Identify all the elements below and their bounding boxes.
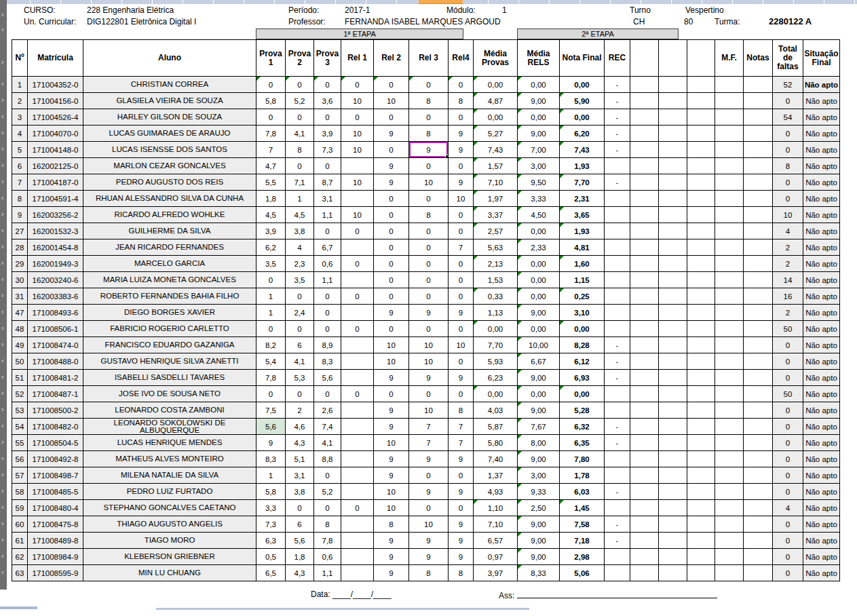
cell-n-row-48[interactable]: 48 — [12, 321, 28, 337]
cell-r1-row-62[interactable] — [341, 549, 374, 565]
cell-name-row-58[interactable]: PEDRO LUIZ FURTADO — [83, 484, 256, 500]
cell-notas-row-55[interactable] — [744, 435, 773, 451]
cell-mat-row-3[interactable]: 171004526-4 — [28, 109, 83, 126]
cell-mr-row-51[interactable]: 9,00 — [518, 370, 560, 386]
cell-sit-row-2[interactable]: Não apto — [803, 93, 840, 109]
cell-r4-row-1[interactable]: 0 — [449, 77, 474, 93]
cell-mp-row-6[interactable]: 1,57 — [474, 158, 518, 174]
cell-b3-row-55[interactable] — [687, 435, 715, 451]
cell-n-row-51[interactable]: 51 — [12, 370, 28, 386]
cell-p1-row-54[interactable]: 5,6 — [256, 419, 286, 435]
periodo-value[interactable]: 2017-1 — [345, 5, 370, 15]
cell-r3-row-54[interactable]: 7 — [409, 419, 449, 435]
cell-notas-row-6[interactable] — [744, 158, 773, 174]
cell-nf-row-52[interactable]: 0,00 — [560, 386, 605, 402]
cell-faltas-row-51[interactable]: 0 — [773, 370, 803, 386]
cell-faltas-row-56[interactable]: 0 — [773, 451, 803, 467]
cell-b1-row-59[interactable] — [630, 500, 659, 516]
cell-mf-row-1[interactable] — [715, 77, 744, 93]
cell-p3-row-52[interactable]: 0 — [314, 386, 341, 402]
cell-faltas-row-60[interactable]: 0 — [773, 516, 803, 533]
cell-sit-row-56[interactable]: Não apto — [803, 451, 840, 467]
cell-r2-row-4[interactable]: 9 — [374, 126, 409, 142]
cell-r3-row-7[interactable]: 10 — [409, 174, 449, 191]
cell-sit-row-58[interactable]: Não apto — [803, 484, 840, 500]
cell-p3-row-7[interactable]: 8,7 — [314, 174, 341, 191]
cell-r3-row-57[interactable]: 0 — [409, 467, 449, 484]
cell-p3-row-3[interactable]: 0 — [314, 109, 341, 126]
col-header-mat[interactable]: Matrícula — [28, 40, 83, 77]
col-header-mf[interactable]: M.F. — [715, 40, 744, 77]
uc-value[interactable]: DIG122801 Eletrônica Digital I — [87, 17, 196, 26]
cell-n-row-31[interactable]: 31 — [12, 288, 28, 305]
cell-p2-row-49[interactable]: 6 — [286, 337, 314, 353]
cell-p2-row-27[interactable]: 3,8 — [286, 223, 314, 239]
cell-p2-row-4[interactable]: 4,1 — [286, 126, 314, 142]
cell-mr-row-3[interactable]: 0,00 — [518, 109, 560, 126]
cell-b1-row-61[interactable] — [630, 533, 659, 549]
cell-r1-row-47[interactable] — [341, 305, 374, 321]
cell-mat-row-30[interactable]: 162003240-6 — [28, 272, 83, 288]
cell-rec-row-56[interactable] — [605, 451, 630, 467]
cell-sit-row-31[interactable]: Não apto — [803, 288, 840, 305]
cell-sit-row-29[interactable]: Não apto — [803, 256, 840, 272]
cell-b3-row-3[interactable] — [687, 109, 715, 126]
cell-b1-row-29[interactable] — [630, 256, 659, 272]
cell-mr-row-58[interactable]: 9,33 — [518, 484, 560, 500]
cell-r3-row-28[interactable]: 0 — [409, 239, 449, 256]
cell-mat-row-47[interactable]: 171008493-6 — [28, 305, 83, 321]
cell-p1-row-49[interactable]: 8,2 — [256, 337, 286, 353]
cell-p2-row-60[interactable]: 6 — [286, 516, 314, 533]
cell-r2-row-27[interactable]: 0 — [374, 223, 409, 239]
active-column-header[interactable] — [419, 0, 463, 4]
cell-r2-row-55[interactable]: 10 — [374, 435, 409, 451]
cell-n-row-2[interactable]: 2 — [12, 93, 28, 109]
col-header-mp[interactable]: Média Provas — [474, 40, 518, 77]
cell-p1-row-31[interactable]: 1 — [256, 288, 286, 305]
cell-r4-row-8[interactable]: 10 — [449, 191, 474, 207]
cell-rec-row-2[interactable]: - — [605, 93, 630, 109]
cell-r3-row-49[interactable]: 10 — [409, 337, 449, 353]
cell-mf-row-54[interactable] — [715, 419, 744, 435]
cell-notas-row-62[interactable] — [744, 549, 773, 565]
cell-faltas-row-62[interactable]: 0 — [773, 549, 803, 565]
cell-p1-row-8[interactable]: 1,8 — [256, 191, 286, 207]
cell-name-row-54[interactable]: LEONARDO SOKOLOWSKI DE ALBUQUERQUE — [83, 419, 256, 435]
cell-p2-row-48[interactable]: 0 — [286, 321, 314, 337]
cell-p2-row-57[interactable]: 3,1 — [286, 467, 314, 484]
cell-nf-row-4[interactable]: 6,20 — [560, 126, 605, 142]
cell-notas-row-63[interactable] — [744, 565, 773, 581]
cell-faltas-row-47[interactable]: 2 — [773, 305, 803, 321]
cell-name-row-3[interactable]: HARLEY GILSON DE SOUZA — [83, 109, 256, 126]
cell-name-row-55[interactable]: LUCAS HENRIQUE MENDES — [83, 435, 256, 451]
cell-p2-row-62[interactable]: 1,8 — [286, 549, 314, 565]
cell-faltas-row-28[interactable]: 2 — [773, 239, 803, 256]
cell-p3-row-59[interactable]: 0 — [314, 500, 341, 516]
cell-b1-row-27[interactable] — [630, 223, 659, 239]
cell-mat-row-5[interactable]: 171004148-0 — [28, 142, 83, 158]
cell-p1-row-55[interactable]: 9 — [256, 435, 286, 451]
cell-mp-row-56[interactable]: 7,40 — [474, 451, 518, 467]
cell-n-row-59[interactable]: 59 — [12, 500, 28, 516]
cell-b3-row-59[interactable] — [687, 500, 715, 516]
cell-r3-row-6[interactable]: 0 — [409, 158, 449, 174]
professor-value[interactable]: FERNANDA ISABEL MARQUES ARGOUD — [345, 17, 501, 26]
cell-p2-row-8[interactable]: 1 — [286, 191, 314, 207]
cell-n-row-30[interactable]: 30 — [12, 272, 28, 288]
cell-p1-row-59[interactable]: 3,3 — [256, 500, 286, 516]
cell-b1-row-56[interactable] — [630, 451, 659, 467]
cell-mat-row-29[interactable]: 162001949-3 — [28, 256, 83, 272]
cell-p2-row-47[interactable]: 2,4 — [286, 305, 314, 321]
cell-mp-row-54[interactable]: 5,87 — [474, 419, 518, 435]
cell-b2-row-53[interactable] — [659, 402, 687, 419]
cell-p3-row-57[interactable]: 0 — [314, 467, 341, 484]
cell-mr-row-30[interactable]: 0,00 — [518, 272, 560, 288]
cell-rec-row-6[interactable] — [605, 158, 630, 174]
cell-mr-row-1[interactable]: 0,00 — [518, 77, 560, 93]
cell-nf-row-9[interactable]: 3,65 — [560, 207, 605, 223]
cell-r4-row-52[interactable]: 0 — [449, 386, 474, 402]
cell-n-row-55[interactable]: 55 — [12, 435, 28, 451]
cell-p1-row-48[interactable]: 0 — [256, 321, 286, 337]
cell-b2-row-30[interactable] — [659, 272, 687, 288]
cell-p3-row-51[interactable]: 5,6 — [314, 370, 341, 386]
